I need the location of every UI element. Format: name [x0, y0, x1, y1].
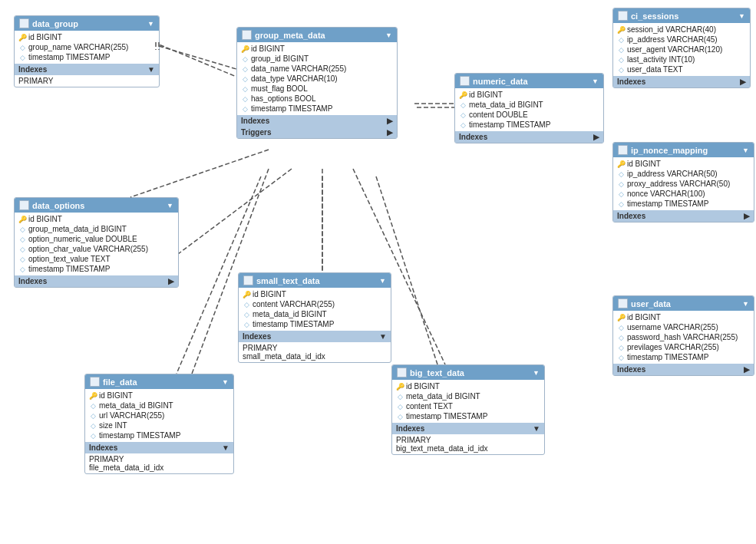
diamond-icon: ◇	[241, 65, 249, 73]
field-text: timestamp TIMESTAMP	[251, 104, 332, 113]
field-text: meta_data_id BIGINT	[406, 392, 480, 401]
diamond-icon: ◇	[89, 402, 97, 410]
diamond-icon: ◇	[617, 334, 625, 341]
diamond-icon: ◇	[459, 101, 467, 109]
field-text: option_char_value VARCHAR(255)	[28, 245, 148, 253]
key-icon: 🔑	[617, 160, 625, 168]
indexes-arrow: ▶	[593, 133, 599, 141]
indexes-arrow: ▼	[379, 332, 387, 341]
field-id: 🔑 id BIGINT	[15, 32, 159, 42]
field-timestamp: ◇ timestamp TIMESTAMP	[392, 411, 544, 421]
field-text: meta_data_id BIGINT	[253, 310, 327, 318]
indexes-label: Indexes	[241, 117, 269, 125]
dropdown-arrow[interactable]: ▼	[533, 369, 540, 377]
field-content: ◇ content VARCHAR(255)	[239, 299, 391, 309]
key-icon: 🔑	[459, 91, 467, 99]
field-text: id BIGINT	[253, 290, 286, 298]
table-ip-nonce-mapping: ip_nonce_mapping ▼ 🔑 id BIGINT ◇ ip_addr…	[612, 142, 754, 223]
dropdown-arrow[interactable]: ▼	[592, 77, 599, 85]
field-password-hash: ◇ password_hash VARCHAR(255)	[613, 332, 754, 342]
index-file-meta: file_meta_data_id_idx	[89, 463, 229, 472]
diamond-icon: ◇	[396, 413, 404, 420]
diamond-icon: ◇	[617, 56, 625, 64]
table-header-big-text-data: big_text_data ▼	[392, 365, 544, 380]
indexes-header[interactable]: Indexes ▶	[237, 115, 397, 127]
diamond-icon: ◇	[18, 226, 26, 233]
field-text: timestamp TIMESTAMP	[28, 53, 110, 61]
dropdown-arrow[interactable]: ▼	[167, 202, 173, 209]
table-icon	[618, 298, 628, 308]
table-name-big-text-data: big_text_data	[410, 368, 464, 378]
dropdown-arrow[interactable]: ▼	[147, 20, 154, 28]
indexes-header[interactable]: Indexes ▶	[613, 364, 754, 375]
indexes-header[interactable]: Indexes ▶	[455, 131, 603, 143]
dropdown-arrow[interactable]: ▼	[379, 277, 386, 285]
indexes-content: PRIMARY big_text_meta_data_id_idx	[392, 434, 544, 454]
dropdown-arrow[interactable]: ▼	[742, 147, 749, 154]
diamond-icon: ◇	[18, 246, 26, 253]
diamond-icon: ◇	[617, 170, 625, 178]
table-body-file-data: 🔑 id BIGINT ◇ meta_data_id BIGINT ◇ url …	[85, 389, 233, 442]
table-header-user-data: user_data ▼	[613, 296, 754, 311]
field-text: session_id VARCHAR(40)	[627, 25, 716, 34]
field-group-meta-data-id: ◇ group_meta_data_id BIGINT	[15, 224, 178, 234]
table-body-big-text-data: 🔑 id BIGINT ◇ meta_data_id BIGINT ◇ cont…	[392, 380, 544, 423]
field-text: meta_data_id BIGINT	[469, 101, 543, 109]
table-header-ip-nonce-mapping: ip_nonce_mapping ▼	[613, 143, 754, 157]
field-text: group_id BIGINT	[251, 54, 309, 63]
indexes-content: PRIMARY file_meta_data_id_idx	[85, 453, 233, 473]
field-text: previlages VARCHAR(255)	[627, 343, 719, 351]
field-content: ◇ content TEXT	[392, 401, 544, 411]
field-ip-address: ◇ ip_address VARCHAR(45)	[613, 35, 750, 45]
field-text: timestamp TIMESTAMP	[28, 265, 110, 273]
indexes-header[interactable]: Indexes ▼	[239, 331, 391, 342]
indexes-header[interactable]: Indexes ▶	[613, 210, 754, 222]
indexes-header[interactable]: Indexes ▼	[85, 442, 233, 453]
field-text: timestamp TIMESTAMP	[406, 412, 487, 420]
table-data-options: data_options ▼ 🔑 id BIGINT ◇ group_meta_…	[14, 197, 179, 288]
field-text: last_activity INT(10)	[627, 55, 695, 64]
indexes-label: Indexes	[617, 77, 645, 86]
svg-line-6	[159, 46, 236, 69]
diamond-icon: ◇	[617, 46, 625, 54]
table-body-group-meta-data: 🔑 id BIGINT ◇ group_id BIGINT ◇ data_nam…	[237, 42, 397, 115]
indexes-content: PRIMARY small_meta_data_id_idx	[239, 342, 391, 362]
dropdown-arrow[interactable]: ▼	[738, 12, 745, 20]
diamond-icon: ◇	[89, 412, 97, 420]
indexes-label: Indexes	[617, 365, 645, 374]
field-group-id: ◇ group_id BIGINT	[237, 54, 397, 64]
table-ci-sessions: ci_sessions ▼ 🔑 session_id VARCHAR(40) ◇…	[612, 8, 751, 88]
dropdown-arrow[interactable]: ▼	[222, 378, 229, 386]
table-name-file-data: file_data	[103, 378, 137, 387]
field-text: proxy_address VARCHAR(50)	[627, 180, 730, 188]
indexes-label: Indexes	[243, 332, 271, 341]
field-text: data_name VARCHAR(255)	[251, 64, 346, 73]
indexes-header[interactable]: Indexes ▼	[392, 423, 544, 434]
field-text: option_text_value TEXT	[28, 255, 111, 263]
field-text: meta_data_id BIGINT	[99, 401, 173, 410]
indexes-header[interactable]: Indexes ▼	[15, 64, 159, 75]
table-big-text-data: big_text_data ▼ 🔑 id BIGINT ◇ meta_data_…	[391, 364, 545, 455]
field-data-type: ◇ data_type VARCHAR(10)	[237, 74, 397, 84]
field-text: data_type VARCHAR(10)	[251, 74, 338, 83]
field-text: content VARCHAR(255)	[253, 300, 335, 308]
indexes-header[interactable]: Indexes ▶	[613, 76, 750, 87]
indexes-header[interactable]: Indexes ▶	[15, 275, 178, 287]
triggers-header[interactable]: Triggers ▶	[237, 127, 397, 138]
diamond-icon: ◇	[243, 321, 250, 328]
field-text: ip_address VARCHAR(50)	[627, 170, 718, 178]
table-body-user-data: 🔑 id BIGINT ◇ username VARCHAR(255) ◇ pa…	[613, 311, 754, 364]
table-header-numeric-data: numeric_data ▼	[455, 74, 603, 88]
table-header-group-meta-data: group_meta_data ▼	[237, 28, 397, 42]
table-name-data-group: data_group	[32, 19, 78, 28]
table-body-data-group: 🔑 id BIGINT ◇ group_name VARCHAR(255) ◇ …	[15, 31, 159, 64]
field-timestamp: ◇ timestamp TIMESTAMP	[237, 104, 397, 114]
dropdown-arrow[interactable]: ▼	[742, 300, 749, 308]
diamond-icon: ◇	[396, 403, 404, 410]
key-icon: 🔑	[243, 291, 250, 298]
diamond-icon: ◇	[89, 432, 97, 440]
field-user-data: ◇ user_data TEXT	[613, 64, 750, 74]
table-icon	[460, 76, 470, 86]
indexes-label: Indexes	[459, 133, 487, 141]
dropdown-arrow[interactable]: ▼	[385, 31, 392, 39]
